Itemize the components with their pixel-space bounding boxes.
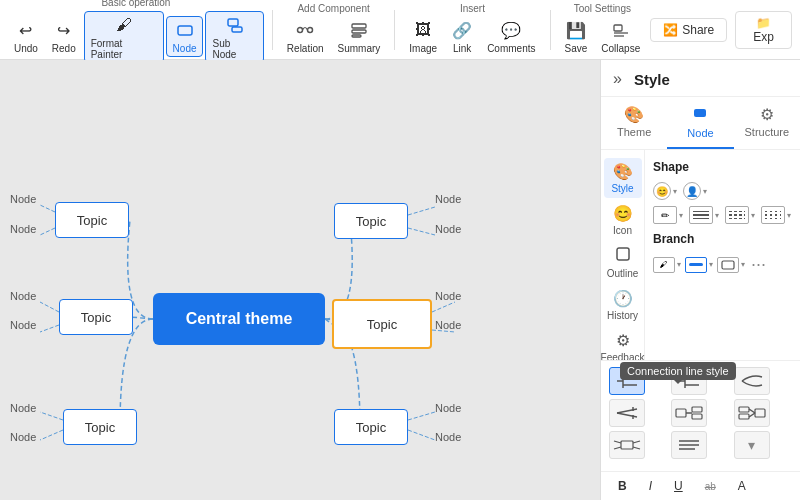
node-label-r1: Node: [435, 193, 461, 205]
shape-row-1: 😊 ▾ 👤 ▾: [653, 182, 792, 200]
history-side-button[interactable]: 🕐 History: [604, 285, 642, 325]
node-label-l2: Node: [10, 223, 36, 235]
panel-sidebar: 🎨 Style 😊 Icon Outline 🕐 History: [601, 150, 800, 360]
conn-style-6[interactable]: [734, 399, 770, 427]
format-painter-icon: 🖌: [113, 14, 135, 36]
svg-line-49: [614, 447, 621, 449]
topic-node-t6[interactable]: Topic: [334, 409, 408, 445]
branch-paint[interactable]: 🖌 ▾: [653, 257, 681, 273]
shape-section-title: Shape: [653, 160, 792, 174]
relation-button[interactable]: Relation: [281, 17, 330, 56]
ab-button[interactable]: ab: [696, 478, 725, 495]
feedback-side-button[interactable]: ⚙ Feedback: [604, 327, 642, 360]
export-button[interactable]: 📁 Exp: [735, 11, 792, 49]
mind-map-canvas[interactable]: Central theme Topic Topic Topic Topic To…: [0, 60, 600, 500]
topic-node-t2[interactable]: Topic: [334, 203, 408, 239]
svg-line-11: [40, 205, 55, 212]
shape-smiley-box: 😊: [653, 182, 671, 200]
central-theme-node[interactable]: Central theme: [153, 293, 325, 345]
branch-more-icon: ···: [751, 254, 766, 275]
shape-dashed[interactable]: ▾: [725, 206, 755, 224]
node-label-l4: Node: [10, 319, 36, 331]
conn-style-9[interactable]: ▾: [734, 431, 770, 459]
summary-icon: [348, 19, 370, 41]
svg-line-16: [40, 430, 63, 440]
node-label-r5: Node: [435, 402, 461, 414]
conn-style-8[interactable]: [671, 431, 707, 459]
svg-line-12: [40, 228, 55, 235]
undo-button[interactable]: ↩ Undo: [8, 17, 44, 56]
node-label-r3: Node: [435, 290, 461, 302]
bold-button[interactable]: B: [609, 476, 636, 496]
divider-1: [272, 10, 273, 50]
node-icon: [174, 19, 196, 41]
divider-2: [394, 10, 395, 50]
topic-node-t1[interactable]: Topic: [55, 202, 129, 238]
panel-title: Style: [634, 71, 670, 88]
redo-icon: ↪: [53, 19, 75, 41]
theme-tab-icon: 🎨: [624, 105, 644, 124]
share-button[interactable]: 🔀 Share: [650, 18, 727, 42]
comments-button[interactable]: 💬 Comments: [481, 17, 541, 56]
tab-theme[interactable]: 🎨 Theme: [601, 97, 667, 149]
topic-node-t5[interactable]: Topic: [63, 409, 137, 445]
conn-style-3[interactable]: [734, 367, 770, 395]
history-side-icon: 🕐: [613, 289, 633, 308]
panel-collapse-button[interactable]: »: [613, 70, 622, 88]
conn-style-4[interactable]: [609, 399, 645, 427]
sub-node-button[interactable]: Sub Node: [205, 11, 263, 63]
svg-rect-41: [692, 414, 702, 419]
save-button[interactable]: 💾 Save: [559, 17, 594, 56]
icon-side-button[interactable]: 😊 Icon: [604, 200, 642, 240]
branch-section: Branch 🖌 ▾ ▾: [653, 232, 792, 275]
A-button[interactable]: A: [729, 476, 755, 496]
summary-button[interactable]: Summary: [332, 17, 387, 56]
italic-button[interactable]: I: [640, 476, 661, 496]
outline-side-button[interactable]: Outline: [604, 242, 642, 283]
svg-rect-47: [621, 441, 633, 449]
underline-button[interactable]: U: [665, 476, 692, 496]
branch-rect-outline[interactable]: ▾: [717, 257, 745, 273]
redo-button[interactable]: ↪ Redo: [46, 17, 82, 56]
link-button[interactable]: 🔗 Link: [445, 17, 479, 56]
svg-line-22: [408, 430, 435, 440]
divider-3: [550, 10, 551, 50]
outline-side-icon: [615, 246, 631, 266]
feedback-side-icon: ⚙: [616, 331, 630, 350]
branch-rect-box: [717, 257, 739, 273]
tab-structure[interactable]: ⚙ Structure: [734, 97, 800, 149]
tab-node[interactable]: Node: [667, 97, 733, 149]
node-label-r6: Node: [435, 431, 461, 443]
shape-pen[interactable]: ✏ ▾: [653, 206, 683, 224]
shape-smiley[interactable]: 😊 ▾: [653, 182, 677, 200]
svg-rect-5: [352, 24, 366, 28]
image-button[interactable]: 🖼 Image: [403, 17, 443, 56]
format-painter-button[interactable]: 🖌 Format Painter: [84, 11, 164, 63]
svg-rect-23: [694, 109, 706, 117]
conn-style-5[interactable]: [671, 399, 707, 427]
topic-node-t4[interactable]: Topic: [332, 299, 432, 349]
connection-tooltip: Connection line style: [620, 362, 736, 380]
conn-style-7[interactable]: [609, 431, 645, 459]
shape-person[interactable]: 👤 ▾: [683, 182, 707, 200]
node-label-l1: Node: [10, 193, 36, 205]
style-side-icon: 🎨: [613, 162, 633, 181]
icon-side-icon: 😊: [613, 204, 633, 223]
comments-icon: 💬: [500, 19, 522, 41]
collapse-button[interactable]: Collapse: [595, 17, 646, 56]
save-icon: 💾: [565, 19, 587, 41]
image-icon: 🖼: [412, 19, 434, 41]
shape-pen-box: ✏: [653, 206, 677, 224]
shape-lines[interactable]: ▾: [689, 206, 719, 224]
branch-color-blue[interactable]: ▾: [685, 257, 713, 273]
svg-rect-0: [178, 26, 192, 35]
topic-node-t3[interactable]: Topic: [59, 299, 133, 335]
panel-header: » Style: [601, 60, 800, 97]
style-side-button[interactable]: 🎨 Style: [604, 158, 642, 198]
node-button[interactable]: Node: [166, 16, 204, 57]
branch-paint-box: 🖌: [653, 257, 675, 273]
svg-rect-38: [676, 409, 686, 417]
shape-dotted[interactable]: ▾: [761, 206, 791, 224]
node-label-r2: Node: [435, 223, 461, 235]
link-icon: 🔗: [451, 19, 473, 41]
